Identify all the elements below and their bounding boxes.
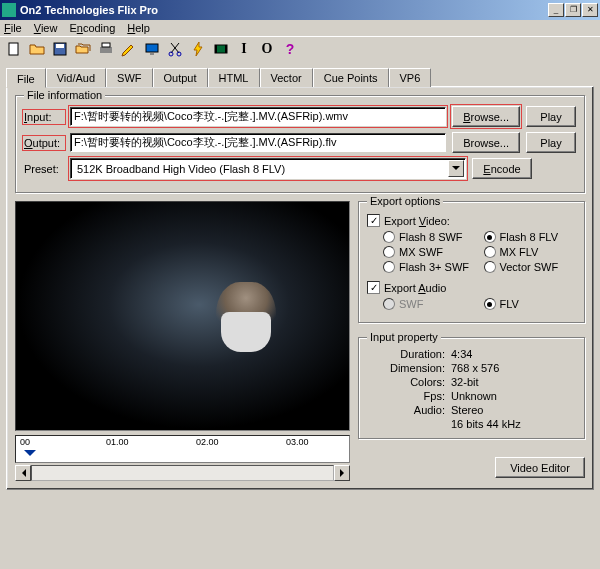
- svg-rect-5: [146, 44, 158, 52]
- tab-file[interactable]: File: [6, 68, 46, 88]
- fps-label: Fps:: [375, 390, 445, 402]
- menu-encoding[interactable]: Encoding: [69, 22, 115, 34]
- colors-value: 32-bit: [451, 376, 576, 388]
- duration-value: 4:34: [451, 348, 576, 360]
- cut-icon[interactable]: [165, 39, 185, 59]
- tab-strip: File Vid/Aud SWF Output HTML Vector Cue …: [6, 68, 594, 87]
- svg-rect-3: [100, 47, 112, 53]
- file-information-group: File information Input: Browse... Play O…: [15, 95, 585, 193]
- radio-flash3swf[interactable]: [383, 261, 395, 273]
- tick-1: 01.00: [106, 437, 129, 447]
- output-label: Output:: [24, 137, 64, 149]
- input-play-button[interactable]: Play: [526, 106, 576, 127]
- playhead-icon[interactable]: [24, 450, 36, 462]
- input-browse-button[interactable]: Browse...: [452, 106, 520, 127]
- radio-mxswf[interactable]: [383, 246, 395, 258]
- tab-content: File information Input: Browse... Play O…: [6, 86, 594, 490]
- tab-html[interactable]: HTML: [208, 68, 260, 87]
- export-video-label: Export Video:: [384, 215, 450, 227]
- print-icon[interactable]: [96, 39, 116, 59]
- menu-file[interactable]: File: [4, 22, 22, 34]
- help-icon[interactable]: ?: [280, 39, 300, 59]
- radio-flash8swf[interactable]: [383, 231, 395, 243]
- preset-value: 512K Broadband High Video (Flash 8 FLV): [77, 163, 285, 175]
- tab-output[interactable]: Output: [153, 68, 208, 87]
- output-play-button[interactable]: Play: [526, 132, 576, 153]
- file-info-legend: File information: [24, 89, 105, 101]
- save-icon[interactable]: [50, 39, 70, 59]
- timeline[interactable]: 00 01.00 02.00 03.00: [15, 435, 350, 463]
- window-title: On2 Technologies Flix Pro: [20, 4, 548, 16]
- preset-dropdown[interactable]: 512K Broadband High Video (Flash 8 FLV): [70, 158, 466, 179]
- new-icon[interactable]: [4, 39, 24, 59]
- info-icon[interactable]: I: [234, 39, 254, 59]
- edit-icon[interactable]: [119, 39, 139, 59]
- audio-value: Stereo: [451, 404, 576, 416]
- tab-vidaud[interactable]: Vid/Aud: [46, 68, 106, 87]
- duration-label: Duration:: [375, 348, 445, 360]
- scroll-left-icon[interactable]: [15, 465, 31, 481]
- lightning-icon[interactable]: [188, 39, 208, 59]
- scroll-right-icon[interactable]: [334, 465, 350, 481]
- label-flash3swf: Flash 3+ SWF: [399, 261, 469, 273]
- dimension-value: 768 x 576: [451, 362, 576, 374]
- input-path-field[interactable]: [70, 107, 446, 126]
- label-flash8flv: Flash 8 FLV: [500, 231, 559, 243]
- label-mxflv: MX FLV: [500, 246, 539, 258]
- monitor-icon[interactable]: [142, 39, 162, 59]
- menu-help[interactable]: Help: [127, 22, 150, 34]
- minimize-button[interactable]: _: [548, 3, 564, 17]
- svg-rect-2: [56, 44, 64, 48]
- radio-audio-swf: [383, 298, 395, 310]
- export-video-checkbox[interactable]: ✓: [367, 214, 380, 227]
- audio-label: Audio:: [375, 404, 445, 416]
- open-icon[interactable]: [27, 39, 47, 59]
- tab-cuepoints[interactable]: Cue Points: [313, 68, 389, 87]
- svg-rect-10: [215, 45, 217, 53]
- menu-view[interactable]: View: [34, 22, 58, 34]
- label-audio-flv: FLV: [500, 298, 519, 310]
- radio-flash8flv[interactable]: [484, 231, 496, 243]
- inputprop-legend: Input property: [367, 331, 441, 343]
- film-icon[interactable]: [211, 39, 231, 59]
- encode-button[interactable]: Encode: [472, 158, 532, 179]
- audio-value2: 16 bits 44 kHz: [451, 418, 576, 430]
- svg-rect-4: [102, 43, 110, 47]
- video-preview: [15, 201, 350, 431]
- tab-vp6[interactable]: VP6: [389, 68, 432, 87]
- fps-value: Unknown: [451, 390, 576, 402]
- close-button[interactable]: ✕: [582, 3, 598, 17]
- label-mxswf: MX SWF: [399, 246, 443, 258]
- menubar: File View Encoding Help: [0, 20, 600, 36]
- export-options-group: Export options ✓ Export Video: Flash 8 S…: [358, 201, 585, 323]
- restore-button[interactable]: ❐: [565, 3, 581, 17]
- svg-rect-0: [9, 43, 18, 55]
- video-editor-button[interactable]: Video Editor: [495, 457, 585, 478]
- toolbar: I O ?: [0, 36, 600, 61]
- dimension-label: Dimension:: [375, 362, 445, 374]
- timeline-scrollbar[interactable]: [15, 465, 350, 481]
- batch-icon[interactable]: [73, 39, 93, 59]
- chevron-down-icon[interactable]: [448, 160, 464, 177]
- tick-2: 02.00: [196, 437, 219, 447]
- label-vectorswf: Vector SWF: [500, 261, 559, 273]
- export-audio-checkbox[interactable]: ✓: [367, 281, 380, 294]
- input-property-group: Input property Duration:4:34 Dimension:7…: [358, 337, 585, 439]
- output-browse-button[interactable]: Browse...: [452, 132, 520, 153]
- label-flash8swf: Flash 8 SWF: [399, 231, 463, 243]
- scroll-track[interactable]: [31, 465, 334, 481]
- radio-audio-flv[interactable]: [484, 298, 496, 310]
- output-path-field[interactable]: [70, 133, 446, 152]
- tab-vector[interactable]: Vector: [260, 68, 313, 87]
- radio-mxflv[interactable]: [484, 246, 496, 258]
- radio-vectorswf[interactable]: [484, 261, 496, 273]
- colors-label: Colors:: [375, 376, 445, 388]
- tick-0: 00: [20, 437, 30, 447]
- svg-rect-6: [150, 53, 154, 55]
- svg-rect-11: [225, 45, 227, 53]
- input-label: Input:: [24, 111, 64, 123]
- export-audio-label: Export Audio: [384, 282, 446, 294]
- output-icon[interactable]: O: [257, 39, 277, 59]
- titlebar: On2 Technologies Flix Pro _ ❐ ✕: [0, 0, 600, 20]
- tab-swf[interactable]: SWF: [106, 68, 152, 87]
